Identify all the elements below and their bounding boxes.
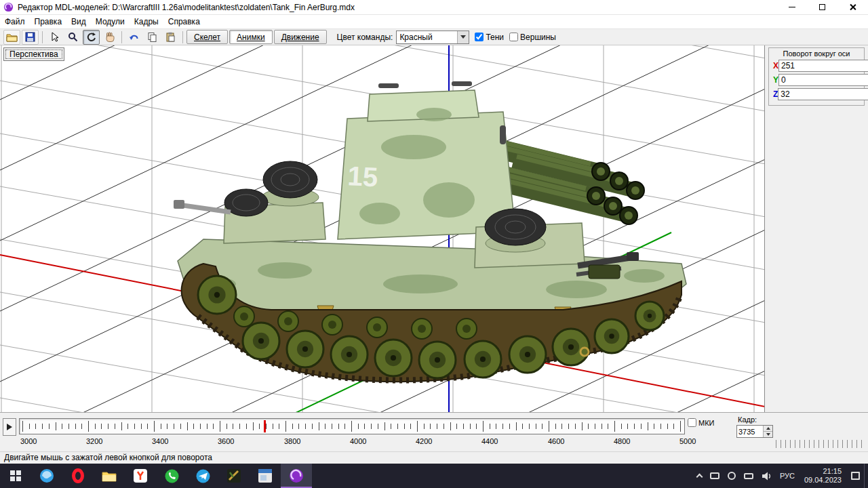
- menu-frames[interactable]: Кадры: [130, 16, 163, 28]
- timeline-tick: [542, 424, 542, 429]
- menu-edit[interactable]: Правка: [30, 16, 67, 28]
- mki-checkbox-wrap: МКИ: [688, 418, 714, 427]
- clock[interactable]: 21:15 09.04.2023: [799, 467, 847, 485]
- shadows-checkbox[interactable]: [475, 33, 484, 41]
- tray-volume-button[interactable]: [757, 464, 776, 488]
- timeline-tick: [200, 424, 201, 429]
- pan-tool-button[interactable]: [101, 30, 118, 45]
- timeline-tick: [298, 424, 299, 429]
- timeline-tick: [42, 424, 43, 429]
- vertices-checkbox[interactable]: [509, 33, 518, 41]
- minimize-icon: [789, 7, 795, 7]
- taskbar-icon-opera[interactable]: [62, 464, 94, 488]
- timeline-tick: [358, 424, 359, 429]
- timeline-tick: [338, 424, 339, 429]
- menu-view[interactable]: Вид: [66, 16, 91, 28]
- y-rotation-input[interactable]: [778, 74, 868, 86]
- undo-button[interactable]: [125, 30, 142, 45]
- timeline-tick: [226, 424, 227, 429]
- frame-trackbar[interactable]: [776, 440, 863, 448]
- hidden-icons-button[interactable]: [693, 464, 706, 488]
- taskbar-icon-app-window[interactable]: [250, 464, 281, 488]
- language-indicator[interactable]: РУС: [776, 464, 799, 488]
- open-folder-icon: [6, 33, 18, 42]
- wheel-center: [525, 352, 530, 357]
- timeline-tick: [115, 424, 115, 429]
- roller-hub: [462, 325, 471, 333]
- tab-movement[interactable]: Движение: [274, 30, 327, 44]
- x-axis-label: X: [773, 61, 778, 70]
- front-gun-barrel: [183, 205, 231, 212]
- start-button[interactable]: [0, 464, 31, 488]
- timeline-tick: [246, 424, 247, 429]
- tray-eye-button[interactable]: [724, 464, 740, 488]
- grid-line: [0, 45, 765, 58]
- timeline-tick: [536, 424, 536, 429]
- play-button[interactable]: [3, 418, 16, 436]
- timeline-tick: [56, 422, 56, 430]
- tab-anims[interactable]: Анимки: [229, 30, 273, 44]
- taskbar-icon-edge[interactable]: [31, 464, 62, 488]
- save-button[interactable]: [22, 30, 39, 45]
- volume-icon: [762, 472, 772, 481]
- minimize-button[interactable]: [776, 0, 807, 15]
- copy-button[interactable]: [144, 30, 161, 45]
- menu-help[interactable]: Справка: [163, 16, 205, 28]
- tray-keyboard-button[interactable]: [740, 464, 757, 488]
- timeline-tick: [108, 424, 108, 429]
- timeline-tick: [305, 424, 306, 429]
- select-tool-button[interactable]: [46, 30, 63, 45]
- taskbar-icon-telegram[interactable]: [187, 464, 218, 488]
- timeline-tick: [193, 424, 194, 429]
- notifications-button[interactable]: [847, 464, 864, 488]
- timeline-tick: [351, 421, 352, 432]
- timeline-tick: [667, 424, 668, 429]
- taskbar-icon-mdl-editor[interactable]: [281, 464, 312, 488]
- show-desktop-button[interactable]: [864, 464, 868, 488]
- close-button[interactable]: [837, 0, 868, 15]
- menu-file[interactable]: Файл: [0, 16, 30, 28]
- cursor-icon: [50, 32, 60, 42]
- taskbar-icon-explorer[interactable]: [94, 464, 125, 488]
- zoom-tool-button[interactable]: [64, 30, 81, 45]
- timeline-tick: [285, 421, 286, 432]
- menu-modules[interactable]: Модули: [91, 16, 130, 28]
- toolbar-separator: [182, 31, 183, 43]
- taskbar-icon-yandex[interactable]: [125, 464, 156, 488]
- spin-down-button[interactable]: [764, 431, 772, 437]
- camo-blob: [258, 262, 312, 279]
- rotation-groupbox: Поворот вокруг оси X Y Z: [768, 47, 865, 106]
- tray-display-button[interactable]: [706, 464, 724, 488]
- timeline-tick: [470, 424, 471, 429]
- timeline-tick: [680, 421, 681, 432]
- open-file-button[interactable]: [3, 30, 20, 45]
- tab-skeleton[interactable]: Скелет: [186, 30, 228, 44]
- team-color-dropdown[interactable]: Красный: [396, 30, 469, 44]
- z-rotation-input[interactable]: [778, 88, 868, 100]
- timeline-tick: [101, 424, 102, 429]
- app-window-icon: [258, 469, 272, 483]
- frame-label: Кадр:: [738, 415, 757, 424]
- rocket-muzzle-core: [631, 186, 639, 195]
- camo-blob: [359, 203, 400, 224]
- frame-input[interactable]: [737, 426, 763, 437]
- mki-checkbox[interactable]: [688, 418, 696, 427]
- timeline-tick: [154, 421, 155, 432]
- spin-up-button[interactable]: [764, 426, 772, 431]
- paste-button[interactable]: [162, 30, 179, 45]
- taskbar-icon-whatsapp[interactable]: [156, 464, 187, 488]
- maximize-button[interactable]: [807, 0, 837, 15]
- viewport-3d[interactable]: Перспектива 15: [0, 45, 765, 412]
- tick-label: 4200: [416, 437, 432, 445]
- timeline-tick: [325, 424, 326, 429]
- vertices-label: Вершины: [520, 33, 556, 42]
- rotate-tool-button[interactable]: [83, 30, 100, 45]
- x-rotation-input[interactable]: [778, 60, 868, 72]
- camo-blob: [624, 269, 665, 283]
- timeline-slider[interactable]: [19, 418, 685, 434]
- warcraft-icon: [227, 469, 241, 483]
- timeline-tick: [397, 424, 398, 429]
- taskbar-icon-warcraft[interactable]: [218, 464, 250, 488]
- team-color-label: Цвет команды:: [337, 33, 393, 42]
- tick-label: 4800: [614, 437, 630, 445]
